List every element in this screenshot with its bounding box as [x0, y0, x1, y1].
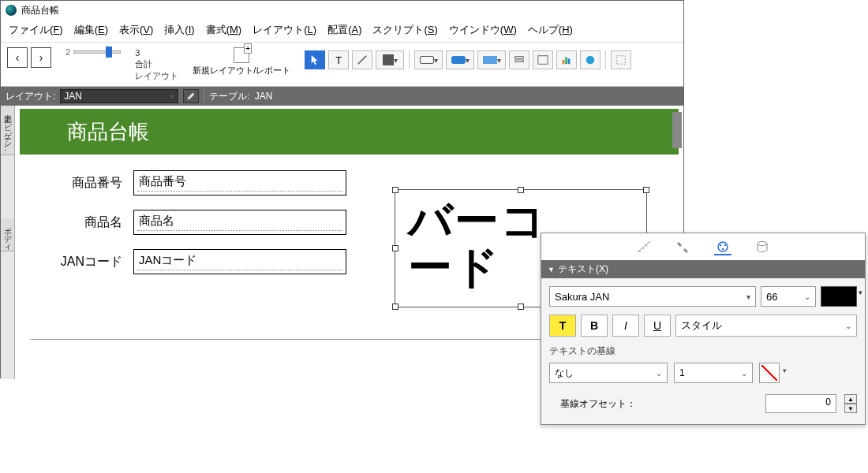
- font-select[interactable]: Sakura JAN▾: [549, 286, 756, 307]
- new-layout-label: 新規レイアウト/レポート: [193, 65, 290, 76]
- svg-rect-5: [565, 58, 567, 65]
- svg-rect-8: [617, 56, 626, 65]
- product-no-label: 商品番号: [31, 175, 133, 192]
- web-tool[interactable]: [580, 50, 600, 69]
- svg-rect-1: [515, 57, 524, 59]
- total-label: 合計: [135, 58, 178, 69]
- part-tabs: 上部ナビゲーシ… ボディ: [1, 106, 15, 379]
- jan-label: JANコード: [31, 254, 133, 270]
- menu-file[interactable]: ファイル(F): [9, 23, 63, 37]
- table-label: テーブル:: [209, 90, 249, 103]
- menu-edit[interactable]: 編集(E): [74, 23, 108, 37]
- tab-tool[interactable]: ▾: [477, 50, 506, 69]
- menubar: ファイル(F) 編集(E) 表示(V) 挿入(I) 書式(M) レイアウト(L)…: [1, 20, 683, 43]
- menu-arrange[interactable]: 配置(A): [327, 23, 361, 37]
- resize-handle[interactable]: [392, 245, 398, 251]
- part-tab-body[interactable]: ボディ: [1, 218, 14, 251]
- menu-script[interactable]: スクリプト(S): [372, 23, 437, 37]
- baseline-select[interactable]: なし⌄: [549, 363, 668, 383]
- part-tab-upper[interactable]: 上部ナビゲーシ…: [1, 106, 14, 155]
- inspector-tab-appearance[interactable]: [714, 240, 731, 255]
- app-icon: [6, 5, 17, 16]
- nav-next-button[interactable]: ›: [31, 47, 51, 68]
- offset-up-button[interactable]: ▲: [844, 394, 857, 404]
- font-color-swatch[interactable]: ▾: [821, 286, 857, 307]
- svg-rect-2: [515, 60, 524, 62]
- svg-point-13: [758, 242, 767, 246]
- new-layout-button[interactable]: 新規レイアウト/レポート: [193, 47, 290, 76]
- titlebar: 商品台帳: [1, 1, 683, 20]
- button-tool[interactable]: ▾: [446, 50, 474, 69]
- zoom-slider[interactable]: [73, 50, 121, 54]
- resize-handle[interactable]: [392, 304, 398, 310]
- baseline-label: テキストの基線: [549, 345, 857, 358]
- inspector-section-header[interactable]: ▼テキスト(X): [541, 260, 865, 278]
- inspector-panel: ▼テキスト(X) Sakura JAN▾ 66⌄ ▾ T B I U スタイル⌄…: [541, 233, 866, 425]
- header-title: 商品台帳: [67, 118, 149, 146]
- svg-rect-4: [563, 60, 565, 64]
- jan-field[interactable]: JANコード: [133, 249, 346, 274]
- svg-line-0: [358, 56, 367, 65]
- italic-button[interactable]: I: [612, 315, 639, 337]
- inspector-tab-tools[interactable]: [675, 240, 692, 255]
- menu-layout[interactable]: レイアウト(L): [253, 23, 316, 37]
- nav-prev-button[interactable]: ‹: [7, 47, 28, 68]
- scrollbar-thumb[interactable]: [672, 112, 682, 148]
- window-title: 商品台帳: [21, 4, 59, 17]
- svg-point-9: [718, 242, 728, 251]
- bold-button[interactable]: B: [581, 315, 608, 337]
- svg-point-10: [720, 244, 721, 246]
- layout-bar-label: レイアウト:: [6, 90, 55, 103]
- product-no-field[interactable]: 商品番号: [133, 170, 346, 196]
- menu-insert[interactable]: 挿入(I): [164, 23, 194, 37]
- edit-layout-button[interactable]: [183, 89, 199, 103]
- highlight-button[interactable]: T: [549, 315, 576, 337]
- layout-bar: レイアウト: JAN▾ テーブル: JAN: [1, 87, 683, 106]
- layout-mode-label: レイアウト: [135, 70, 178, 81]
- svg-rect-6: [568, 58, 571, 64]
- image-tool[interactable]: [533, 50, 553, 69]
- style-select[interactable]: スタイル⌄: [675, 315, 857, 337]
- resize-handle[interactable]: [392, 187, 398, 193]
- product-name-label: 商品名: [31, 214, 133, 231]
- portal-tool[interactable]: [509, 50, 529, 69]
- layout-select[interactable]: JAN▾: [60, 89, 178, 103]
- pointer-tool[interactable]: [305, 50, 325, 69]
- layout-header: 商品台帳: [20, 109, 679, 155]
- resize-handle[interactable]: [643, 187, 649, 193]
- product-name-field[interactable]: 商品名: [133, 210, 346, 235]
- menu-help[interactable]: ヘルプ(H): [528, 23, 573, 37]
- new-layout-icon: [234, 47, 249, 63]
- resize-handle[interactable]: [518, 304, 524, 310]
- line-tool[interactable]: [352, 50, 372, 69]
- offset-down-button[interactable]: ▼: [844, 404, 857, 413]
- field-tool[interactable]: ▾: [414, 50, 443, 69]
- menu-format[interactable]: 書式(M): [206, 23, 242, 37]
- font-size-select[interactable]: 66⌄: [761, 286, 816, 307]
- format-tool[interactable]: [611, 50, 631, 69]
- offset-label: 基線オフセット：: [560, 397, 636, 411]
- underline-button[interactable]: U: [644, 315, 671, 337]
- menu-window[interactable]: ウインドウ(W): [449, 23, 517, 37]
- baseline-width-select[interactable]: 1⌄: [674, 363, 753, 383]
- table-name: JAN: [255, 91, 273, 102]
- inspector-tab-data[interactable]: [754, 240, 771, 255]
- inspector-tab-position[interactable]: [635, 240, 653, 255]
- chart-tool[interactable]: [556, 50, 577, 69]
- text-tool[interactable]: T: [328, 50, 349, 69]
- toolbar: ‹ › 2 3 合計 レイアウト 新規レイアウト/レポート T ▾ ▾ ▾ ▾: [1, 43, 683, 87]
- offset-input[interactable]: 0: [765, 394, 836, 413]
- svg-point-12: [722, 248, 724, 250]
- svg-point-11: [724, 244, 726, 246]
- menu-view[interactable]: 表示(V): [119, 23, 153, 37]
- baseline-color-swatch[interactable]: ▾: [759, 363, 780, 383]
- slider-value: 2: [65, 47, 70, 57]
- resize-handle[interactable]: [518, 187, 524, 193]
- svg-rect-3: [538, 56, 548, 65]
- fill-tool[interactable]: ▾: [376, 50, 404, 69]
- svg-point-7: [586, 56, 595, 65]
- total-count: 3: [135, 47, 178, 58]
